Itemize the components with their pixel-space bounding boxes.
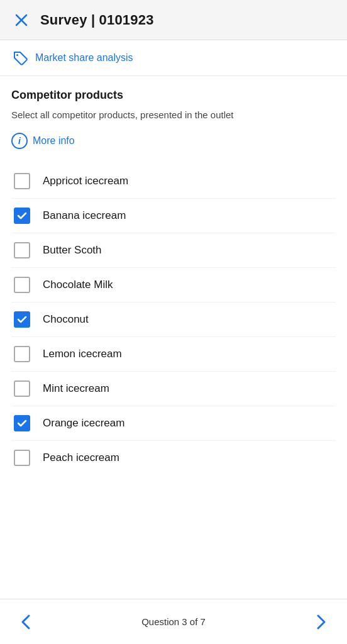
item-label-butter-scoth: Butter Scoth <box>43 244 102 257</box>
checkbox-chocolate-milk <box>14 277 30 293</box>
item-label-mint-icecream: Mint icecream <box>43 382 109 395</box>
prev-button[interactable] <box>13 608 40 636</box>
item-label-banana-icecream: Banana icecream <box>43 209 126 222</box>
checkbox-peach-icecream <box>14 450 30 466</box>
checkbox-mint-icecream <box>14 380 30 397</box>
checklist-item-choconut[interactable]: Choconut <box>11 303 336 337</box>
item-label-orange-icecream: Orange icecream <box>43 417 124 430</box>
checkbox-appricot-icecream <box>14 173 30 189</box>
checklist-item-butter-scoth[interactable]: Butter Scoth <box>11 233 336 268</box>
checkbox-butter-scoth <box>14 242 30 258</box>
next-button[interactable] <box>307 608 334 636</box>
checklist: Appricot icecream Banana icecreamButter … <box>11 164 336 475</box>
section-title: Competitor products <box>11 89 336 102</box>
checklist-item-banana-icecream[interactable]: Banana icecream <box>11 199 336 233</box>
tag-icon <box>11 49 29 67</box>
more-info-button[interactable]: i More info <box>11 133 336 149</box>
question-progress: Question 3 of 7 <box>141 616 206 627</box>
checkbox-choconut <box>14 311 30 328</box>
svg-point-2 <box>16 54 18 56</box>
checkbox-banana-icecream <box>14 208 30 224</box>
checklist-item-mint-icecream[interactable]: Mint icecream <box>11 372 336 406</box>
checklist-item-lemon-icecream[interactable]: Lemon icecream <box>11 337 336 372</box>
main-content: Competitor products Select all competito… <box>0 76 347 525</box>
tag-label: Market share analysis <box>35 52 133 64</box>
checklist-item-appricot-icecream[interactable]: Appricot icecream <box>11 164 336 199</box>
item-label-peach-icecream: Peach icecream <box>43 452 119 464</box>
checkbox-orange-icecream <box>14 415 30 431</box>
survey-title: Survey | 0101923 <box>40 12 154 28</box>
item-label-choconut: Choconut <box>43 313 89 326</box>
checklist-item-peach-icecream[interactable]: Peach icecream <box>11 441 336 475</box>
checklist-item-orange-icecream[interactable]: Orange icecream <box>11 406 336 441</box>
checkbox-lemon-icecream <box>14 346 30 362</box>
section-description: Select all competitor products, presente… <box>11 108 336 121</box>
more-info-label: More info <box>33 135 75 147</box>
header: Survey | 0101923 <box>0 0 347 40</box>
tag-row: Market share analysis <box>0 40 347 76</box>
item-label-chocolate-milk: Chocolate Milk <box>43 279 113 291</box>
footer: Question 3 of 7 <box>0 599 347 644</box>
info-icon: i <box>11 133 28 149</box>
checklist-item-chocolate-milk[interactable]: Chocolate Milk <box>11 268 336 303</box>
close-button[interactable] <box>10 9 33 31</box>
item-label-appricot-icecream: Appricot icecream <box>43 175 128 187</box>
item-label-lemon-icecream: Lemon icecream <box>43 348 122 360</box>
